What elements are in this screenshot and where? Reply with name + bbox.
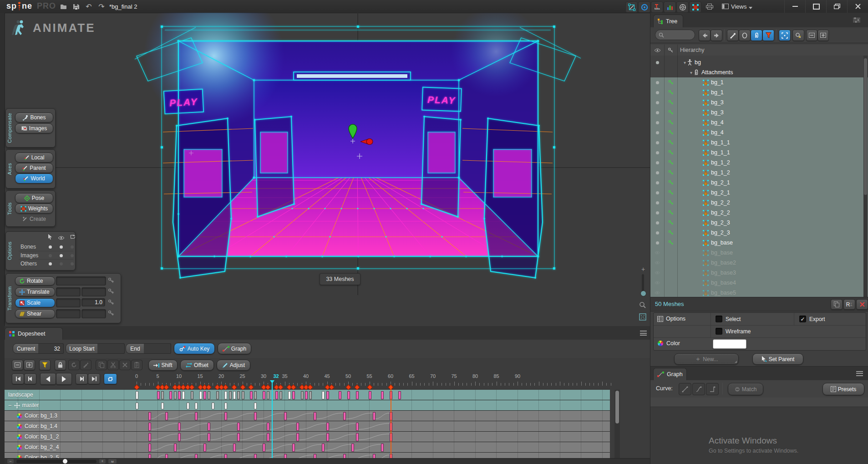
transform-tool-button[interactable]	[625, 1, 638, 13]
scale-y-field[interactable]: 1.0	[81, 298, 105, 306]
keyframe[interactable]	[398, 391, 401, 399]
selection-dot[interactable]	[656, 161, 659, 164]
keyframe[interactable]	[263, 391, 265, 399]
keyframe[interactable]	[296, 423, 299, 431]
keyframe-diamond[interactable]	[367, 384, 373, 390]
cycle-button[interactable]	[68, 360, 80, 370]
key-toggle[interactable]	[664, 200, 677, 205]
mesh-label[interactable]: bg_3	[711, 99, 724, 106]
keyframe-diamond[interactable]	[189, 384, 195, 390]
timeline-zoom-handle[interactable]	[63, 459, 67, 464]
filter-active-button[interactable]	[762, 30, 774, 41]
play-button[interactable]	[56, 373, 72, 385]
selection-dot[interactable]	[656, 131, 659, 134]
selection-dot[interactable]	[656, 171, 659, 174]
key-toggle[interactable]	[664, 140, 677, 145]
key-toggle[interactable]	[664, 170, 677, 175]
dopesheet-vscroll-handle[interactable]	[615, 391, 619, 423]
keyframe[interactable]	[381, 391, 384, 399]
keyframe[interactable]	[267, 433, 269, 441]
fit-view-button[interactable]	[639, 313, 646, 322]
tree-row-mesh[interactable]: bg_2_1	[650, 188, 868, 198]
mesh-label[interactable]: bg_base	[711, 250, 733, 256]
keyframe[interactable]	[224, 454, 227, 458]
key-toggle[interactable]	[664, 120, 677, 125]
selection-dot[interactable]	[656, 101, 659, 104]
dopesheet-track-row[interactable]: Color: bg_2_4	[5, 442, 610, 453]
selection-dot[interactable]	[656, 201, 659, 204]
key-toggle[interactable]	[664, 230, 677, 235]
tree-scroll-handle[interactable]	[864, 58, 867, 195]
current-frame-value[interactable]: 32	[38, 343, 64, 354]
shift-button[interactable]: Shift	[148, 360, 178, 371]
mode-label[interactable]: ANIMATE	[33, 21, 96, 35]
tree-root-label[interactable]: bg	[695, 59, 701, 66]
loop-button[interactable]	[104, 373, 117, 384]
selection-dot[interactable]	[656, 241, 659, 245]
paste-button[interactable]	[131, 360, 142, 370]
tree-row-mesh[interactable]: bg_base4	[650, 278, 868, 288]
adjust-button[interactable]: Adjust	[217, 360, 250, 371]
mesh-label[interactable]: bg_3	[711, 109, 724, 116]
mesh-label[interactable]: bg_2_3	[711, 229, 730, 236]
copy-button[interactable]	[96, 360, 107, 370]
tab-dopesheet[interactable]: Dopesheet	[5, 327, 63, 340]
set-parent-button[interactable]: Set Parent	[752, 353, 803, 365]
export-checkbox[interactable]: ✓	[799, 316, 806, 322]
last-frame-button[interactable]	[88, 373, 100, 384]
tree-row-mesh[interactable]: bg_3	[650, 97, 868, 107]
selection-dot[interactable]	[656, 111, 659, 114]
keyframe[interactable]	[356, 423, 359, 431]
tools-weights-button[interactable]: Weights	[15, 204, 53, 214]
option-dot[interactable]	[49, 262, 52, 265]
keyframe[interactable]	[288, 391, 291, 399]
tree-row-mesh[interactable]: bg_1	[650, 77, 868, 87]
axes-world-button[interactable]: World	[15, 173, 53, 184]
timeline-zoom-track[interactable]	[16, 460, 96, 463]
tree-row-mesh[interactable]: bg_1_1	[650, 148, 868, 158]
keyframe[interactable]	[157, 391, 160, 399]
keyframe[interactable]	[356, 433, 359, 441]
mesh-label[interactable]: bg_2_3	[711, 219, 730, 226]
keyframe-diamond[interactable]	[223, 384, 228, 390]
tree-row-mesh[interactable]: bg_2_2	[650, 208, 868, 218]
axes-local-button[interactable]: Local	[15, 153, 53, 163]
keyframe-diamond[interactable]	[345, 384, 351, 390]
selection-dot[interactable]	[656, 121, 659, 124]
match-button[interactable]: Match	[728, 383, 763, 395]
option-dot[interactable]	[49, 254, 52, 257]
tree-row-mesh[interactable]: bg_4	[650, 127, 868, 138]
key-toggle[interactable]	[664, 100, 677, 105]
mesh-label[interactable]: bg_1	[711, 79, 724, 86]
keyframe-diamond[interactable]	[278, 384, 284, 390]
curve-stepped-button[interactable]	[706, 383, 719, 395]
keyframe[interactable]	[178, 423, 181, 431]
selection-dot[interactable]	[656, 91, 659, 94]
keyframe[interactable]	[212, 403, 214, 409]
focus-selection-button[interactable]	[779, 30, 791, 41]
tree-row-mesh[interactable]: bg_3	[650, 107, 868, 117]
shear-y-field[interactable]	[81, 309, 106, 318]
option-dot[interactable]	[71, 254, 74, 257]
keyframe[interactable]	[339, 391, 341, 399]
next-key-button[interactable]	[76, 373, 88, 384]
dopesheet-track-row[interactable]: landscape	[5, 390, 610, 400]
keyframe[interactable]	[195, 412, 198, 420]
selection-dot[interactable]	[656, 61, 659, 64]
keyframe[interactable]	[174, 391, 177, 399]
zoom-out-magnifier-icon[interactable]	[639, 301, 646, 310]
keyframe-diamond[interactable]	[248, 384, 254, 390]
prev-key-button[interactable]	[24, 373, 36, 384]
keyframe[interactable]	[199, 391, 202, 399]
prev-frame-button[interactable]	[40, 373, 56, 385]
transform-rotate-button[interactable]: Rotate	[15, 276, 55, 286]
transform-translate-button[interactable]: Translate	[15, 287, 55, 296]
keyframe[interactable]	[347, 391, 350, 399]
tree-row-mesh[interactable]: bg_2_3	[650, 218, 868, 228]
tree-row-mesh[interactable]: bg_base3	[650, 268, 868, 278]
track-label[interactable]: landscape	[8, 390, 33, 400]
select-next-button[interactable]	[711, 30, 722, 41]
keyframe[interactable]	[208, 433, 210, 441]
selection-dot[interactable]	[656, 191, 659, 194]
keyframe[interactable]	[148, 412, 151, 420]
